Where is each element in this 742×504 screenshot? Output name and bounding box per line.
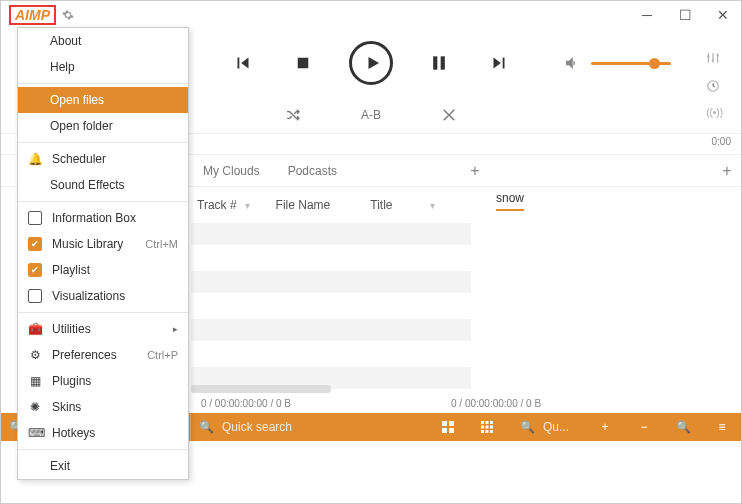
play-button[interactable] [349, 41, 393, 85]
menu-exit[interactable]: Exit [18, 453, 188, 479]
svg-rect-5 [449, 421, 454, 426]
menu-open-files[interactable]: Open files [18, 87, 188, 113]
tab-snow[interactable]: snow [496, 191, 524, 211]
svg-rect-10 [490, 421, 493, 424]
search-input-right[interactable] [543, 420, 577, 434]
menu-skins[interactable]: ✺Skins [18, 394, 188, 420]
svg-rect-12 [486, 426, 489, 429]
gear-icon[interactable] [62, 9, 74, 21]
svg-rect-13 [490, 426, 493, 429]
menu-preferences[interactable]: ⚙PreferencesCtrl+P [18, 342, 188, 368]
menu-information-box[interactable]: Information Box [18, 205, 188, 231]
svg-rect-1 [433, 56, 437, 69]
svg-rect-14 [481, 430, 484, 433]
chevron-right-icon: ▸ [173, 324, 178, 334]
pause-button[interactable] [425, 49, 453, 77]
checkbox-icon [28, 211, 42, 225]
horizontal-scrollbar[interactable] [191, 385, 331, 393]
menu-visualizations[interactable]: Visualizations [18, 283, 188, 309]
status-left: 0 / 00:00:00:00 / 0 B [201, 398, 291, 409]
volume-icon[interactable] [563, 54, 581, 72]
ab-repeat-button[interactable]: A-B [361, 108, 381, 122]
svg-rect-6 [442, 428, 447, 433]
stop-button[interactable] [289, 49, 317, 77]
filter-icon[interactable]: ▾ [430, 200, 435, 211]
menu-open-folder[interactable]: Open folder [18, 113, 188, 139]
list-item[interactable] [191, 223, 471, 245]
status-right: 0 / 00:00:00:00 / 0 B [451, 398, 541, 409]
track-time: 0:00 [712, 136, 731, 147]
broadcast-icon[interactable]: ((•)) [706, 107, 723, 118]
maximize-button[interactable]: ☐ [675, 7, 695, 23]
checkbox-checked-icon: ✔ [28, 237, 42, 251]
checkbox-checked-icon: ✔ [28, 263, 42, 277]
bell-icon: 🔔 [28, 152, 42, 166]
prev-track-button[interactable] [229, 49, 257, 77]
close-button[interactable]: ✕ [713, 7, 733, 23]
svg-rect-8 [481, 421, 484, 424]
add-button-2[interactable]: + [594, 420, 616, 434]
svg-rect-7 [449, 428, 454, 433]
list-item[interactable] [191, 295, 471, 317]
svg-rect-11 [481, 426, 484, 429]
menu-music-library[interactable]: ✔Music LibraryCtrl+M [18, 231, 188, 257]
svg-rect-9 [486, 421, 489, 424]
crossfade-button[interactable] [441, 107, 457, 123]
clock-icon[interactable] [706, 79, 723, 93]
list-item[interactable] [191, 271, 471, 293]
plugins-icon: ▦ [28, 374, 42, 388]
list-item[interactable] [191, 343, 471, 365]
add-tab-left-button[interactable]: + [461, 162, 489, 180]
remove-button[interactable]: − [633, 420, 655, 434]
column-track-number[interactable]: Track #▾ [197, 198, 250, 212]
minimize-button[interactable]: ─ [637, 7, 657, 23]
volume-slider[interactable] [591, 62, 671, 65]
next-track-button[interactable] [485, 49, 513, 77]
menu-sound-effects[interactable]: Sound Effects [18, 172, 188, 198]
filter-icon[interactable]: ▾ [245, 200, 250, 211]
menu-help[interactable]: Help [18, 54, 188, 80]
tab-my-clouds[interactable]: My Clouds [189, 155, 274, 187]
search-button[interactable]: 🔍 [672, 420, 694, 434]
search-input-mid[interactable] [222, 420, 322, 434]
column-title[interactable]: Title▾ [370, 198, 435, 212]
menu-about[interactable]: About [18, 28, 188, 54]
shuffle-button[interactable] [285, 107, 301, 123]
menu-plugins[interactable]: ▦Plugins [18, 368, 188, 394]
checkbox-icon [28, 289, 42, 303]
svg-rect-0 [298, 58, 309, 69]
tab-podcasts[interactable]: Podcasts [274, 155, 351, 187]
menu-utilities[interactable]: 🧰Utilities▸ [18, 316, 188, 342]
search-icon: 🔍 [199, 420, 214, 434]
search-icon: 🔍 [520, 420, 535, 434]
menu-playlist[interactable]: ✔Playlist [18, 257, 188, 283]
svg-rect-4 [442, 421, 447, 426]
keyboard-icon: ⌨ [28, 426, 42, 440]
grid-view-button[interactable] [442, 421, 464, 433]
list-item[interactable] [191, 319, 471, 341]
svg-rect-15 [486, 430, 489, 433]
skins-icon: ✺ [28, 400, 42, 414]
list-item[interactable] [191, 247, 471, 269]
toolbox-icon: 🧰 [28, 322, 42, 336]
svg-rect-2 [441, 56, 445, 69]
menu-button[interactable]: ≡ [711, 420, 733, 434]
menu-hotkeys[interactable]: ⌨Hotkeys [18, 420, 188, 446]
app-logo: AIMP [9, 5, 56, 25]
svg-rect-16 [490, 430, 493, 433]
equalizer-icon[interactable] [706, 51, 723, 65]
gear-icon: ⚙ [28, 348, 42, 362]
main-menu: About Help Open files Open folder 🔔Sched… [17, 27, 189, 480]
apps-button[interactable] [481, 421, 503, 433]
volume-thumb[interactable] [649, 58, 660, 69]
menu-scheduler[interactable]: 🔔Scheduler [18, 146, 188, 172]
add-tab-right-button[interactable]: + [713, 162, 741, 180]
column-file-name[interactable]: File Name [276, 198, 331, 212]
